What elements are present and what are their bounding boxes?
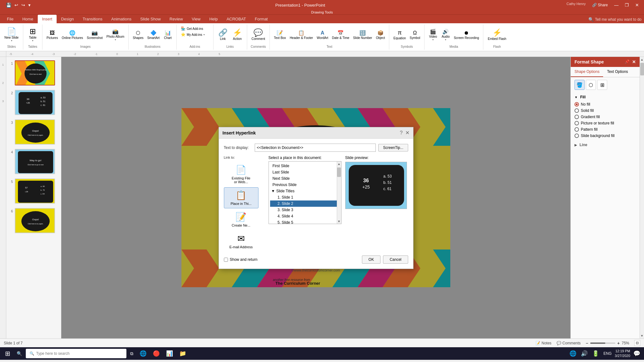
tab-home[interactable]: Home [18, 15, 38, 23]
smartart-button[interactable]: 🔷 SmartArt [146, 29, 161, 40]
textbox-button[interactable]: 📝 Text Box [272, 29, 287, 40]
slide-thumb-3[interactable]: 3 Oops! Click here to try again. [8, 118, 60, 145]
pattern-fill-option[interactable]: Pattern fill [575, 126, 636, 133]
network-icon[interactable]: 🌐 [568, 349, 578, 358]
slide-thumb-5[interactable]: 5 57 +28 a. 60 b. 75 c. 84 [8, 178, 60, 205]
share-button[interactable]: 🔗 Share [590, 2, 610, 8]
battery-icon[interactable]: 🔋 [591, 349, 600, 358]
gradient-fill-radio[interactable] [575, 115, 579, 119]
zoom-out-button[interactable]: − [586, 341, 588, 346]
tab-review[interactable]: Review [165, 15, 187, 23]
slide-thumb-6[interactable]: 6 Oops! Click here to try again. [8, 207, 60, 234]
last-slide-item[interactable]: Last Slide [270, 169, 340, 175]
line-section[interactable]: ▶ Line [571, 141, 640, 148]
tab-file[interactable]: File [3, 15, 18, 23]
powerpoint-button[interactable]: 📊 [164, 349, 175, 358]
task-view-button[interactable]: ⧉ [128, 350, 136, 358]
show-return-check[interactable] [224, 258, 228, 262]
slide-1-item[interactable]: 1. Slide 1 [270, 194, 340, 200]
effects-icon-btn[interactable]: ⬡ [586, 80, 596, 90]
place-in-this-option[interactable]: 📋 Place in Thi... [224, 187, 258, 208]
existing-file-option[interactable]: 📄 Existing Fileor Web... [224, 162, 258, 187]
format-shape-close[interactable]: ✕ [632, 59, 636, 64]
vertical-scrollbar[interactable]: ▲ ▼ [640, 57, 644, 338]
object-button[interactable]: 📦 Object [374, 29, 386, 40]
language-icon[interactable]: ENG [602, 350, 613, 357]
table-button[interactable]: ⊞ Table ▾ [26, 26, 40, 43]
screenshot-button[interactable]: 📷 Screenshot [85, 29, 104, 40]
list-scrollbar[interactable]: ▲ ▼ [337, 162, 341, 224]
shape-options-tab[interactable]: Shape Options [571, 67, 603, 77]
modal-help-button[interactable]: ? [400, 130, 403, 136]
notes-button[interactable]: 📝 Notes [536, 341, 551, 345]
new-slide-button[interactable]: 📄 New Slide ▾ [3, 26, 20, 43]
document-list-container[interactable]: First Slide Last Slide Next Slide Previo… [269, 161, 341, 224]
fill-line-icon-btn[interactable]: 🪣 [575, 80, 585, 90]
tab-design[interactable]: Design [57, 15, 78, 23]
zoom-slider[interactable] [590, 343, 615, 344]
show-return-checkbox[interactable]: Show and return [224, 257, 258, 262]
tab-acrobat[interactable]: ACROBAT [222, 15, 250, 23]
tab-transitions[interactable]: Transitions [78, 15, 107, 23]
tab-insert[interactable]: Insert [38, 15, 57, 23]
picture-texture-fill-option[interactable]: Picture or texture fill [575, 120, 636, 126]
chrome-button[interactable]: 🔴 [150, 349, 162, 358]
get-addins-button[interactable]: 🏪 Get Add-ins [179, 26, 211, 31]
qa-dropdown-button[interactable]: ▾ [27, 2, 31, 8]
tab-help[interactable]: Help [205, 15, 222, 23]
chart-button[interactable]: 📊 Chart [162, 29, 174, 40]
slide-number-button[interactable]: 🔢 Slide Number [352, 29, 374, 40]
scroll-down-arrow[interactable]: ▼ [640, 333, 644, 338]
online-pictures-button[interactable]: 🌐 Online Pictures [60, 29, 85, 40]
my-addins-button[interactable]: ⭐ My Add-ins ▾ [179, 32, 211, 37]
zoom-in-button[interactable]: + [617, 341, 620, 346]
scroll-thumb[interactable] [640, 63, 644, 75]
shapes-button[interactable]: ⬡ Shapes [131, 29, 145, 40]
taskbar-search-box[interactable]: 🔍 [26, 349, 126, 358]
undo-button[interactable]: ↩ [14, 2, 19, 8]
volume-icon[interactable]: 🔊 [580, 349, 589, 358]
tab-format[interactable]: Format [250, 15, 272, 23]
symbol-button[interactable]: Ω Symbol [408, 30, 422, 40]
ok-button[interactable]: OK [362, 255, 380, 264]
modal-close-button[interactable]: ✕ [405, 130, 409, 136]
edge-button[interactable]: 🌐 [137, 349, 149, 358]
slide-2-item[interactable]: 2. Slide 2 [270, 200, 340, 207]
datetime-button[interactable]: 📅 Date & Time [330, 29, 351, 40]
slide-3-item[interactable]: 3. Slide 3 [270, 207, 340, 213]
no-fill-option[interactable]: No fill [575, 101, 636, 107]
slide-canvas[interactable]: ©www.thecurriculumcorner.com another fre… [181, 108, 450, 287]
previous-slide-item[interactable]: Previous Slide [270, 182, 340, 188]
notification-icon[interactable]: 💬 [632, 349, 641, 358]
solid-fill-option[interactable]: Solid fill [575, 107, 636, 114]
screen-recording-button[interactable]: ⏺ Screen Recording [452, 30, 480, 40]
minimize-button[interactable]: — [612, 2, 621, 8]
next-slide-item[interactable]: Next Slide [270, 175, 340, 182]
slide-background-fill-option[interactable]: Slide background fill [575, 133, 636, 139]
taskbar-search-input[interactable] [36, 351, 123, 356]
wordart-button[interactable]: A WordArt [315, 30, 330, 40]
redo-button[interactable]: ↪ [20, 2, 26, 8]
text-display-input[interactable] [255, 144, 376, 152]
pattern-fill-radio[interactable] [575, 127, 579, 132]
first-slide-item[interactable]: First Slide [270, 163, 340, 169]
size-properties-icon-btn[interactable]: ⊞ [597, 80, 607, 90]
close-window-button[interactable]: ✕ [633, 2, 641, 8]
explorer-button[interactable]: 📁 [177, 349, 189, 358]
comments-button[interactable]: 💬 Comments [557, 341, 581, 345]
fill-section-header[interactable]: ▼ Fill [575, 95, 636, 99]
comment-button[interactable]: 💬 Comment [250, 28, 267, 42]
embed-flash-button[interactable]: ⚡ Embed Flash [486, 28, 508, 42]
solid-fill-radio[interactable] [575, 108, 579, 113]
slide-thumb-1[interactable]: 1 Addition With Regrouping Click here to… [8, 59, 60, 86]
action-button[interactable]: ⚡ Action [230, 28, 244, 42]
search-button[interactable]: 🔍 [14, 350, 25, 357]
screentip-button[interactable]: ScreenTip... [378, 144, 408, 151]
header-footer-button[interactable]: 📋 Header & Footer [288, 29, 314, 40]
audio-button[interactable]: 🔊 Audio ▾ [440, 28, 452, 42]
photo-album-button[interactable]: 📸 Photo Album ▾ [105, 28, 126, 42]
video-button[interactable]: 🎬 Video ▾ [427, 28, 439, 42]
slide-thumb-2[interactable]: 2 36 +25 a. 53 b. 51 c. 61 [8, 89, 60, 116]
equation-button[interactable]: π Equation [392, 29, 407, 41]
slide-5-item[interactable]: 5. Slide 5 [270, 219, 340, 224]
